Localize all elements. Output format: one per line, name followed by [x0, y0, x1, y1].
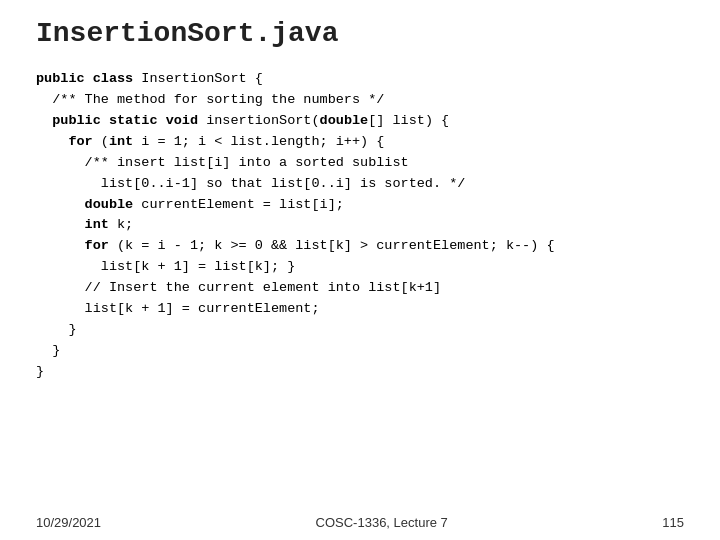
slide-header: InsertionSort.java — [0, 0, 720, 59]
keyword-double2: double — [85, 197, 134, 212]
footer-page: 115 — [662, 515, 684, 530]
keyword-int2: int — [85, 217, 109, 232]
keyword-public2: public — [52, 113, 101, 128]
slide-content: public class InsertionSort { /** The met… — [0, 59, 720, 507]
footer-course: COSC-1336, Lecture 7 — [316, 515, 448, 530]
footer-date: 10/29/2021 — [36, 515, 101, 530]
keyword-int: int — [109, 134, 133, 149]
slide-footer: 10/29/2021 COSC-1336, Lecture 7 115 — [0, 507, 720, 540]
keyword-static: static — [109, 113, 158, 128]
slide-title: InsertionSort.java — [36, 18, 684, 49]
keyword-double: double — [320, 113, 369, 128]
keyword-for2: for — [85, 238, 109, 253]
code-block: public class InsertionSort { /** The met… — [36, 69, 684, 383]
keyword-class: class — [93, 71, 134, 86]
keyword-void: void — [166, 113, 198, 128]
keyword-public: public — [36, 71, 85, 86]
slide-container: InsertionSort.java public class Insertio… — [0, 0, 720, 540]
keyword-for: for — [68, 134, 92, 149]
